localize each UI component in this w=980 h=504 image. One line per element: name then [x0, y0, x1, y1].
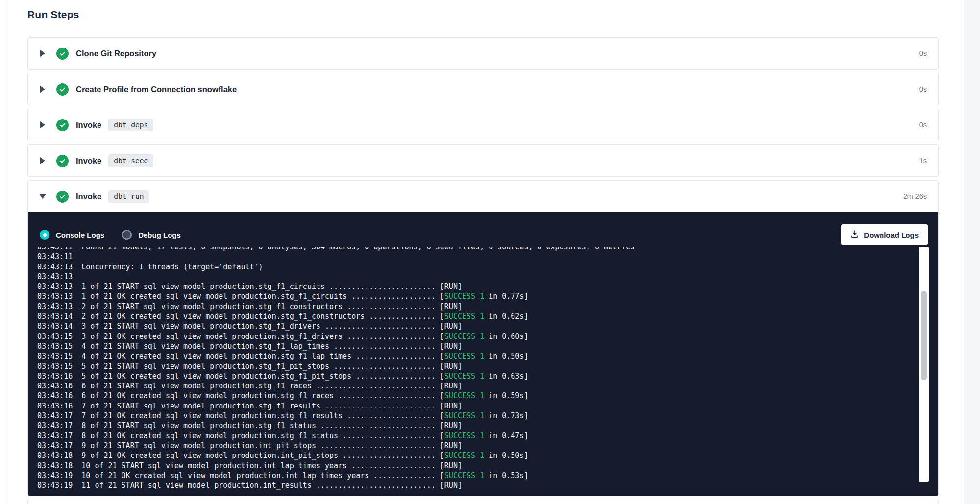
log-line: 03:43:19 11 of 21 START sql view model p… — [37, 481, 462, 490]
log-line: 03:43:14 2 of 21 OK created sql view mod… — [37, 312, 528, 321]
log-line: 03:43:15 4 of 21 OK created sql view mod… — [37, 352, 528, 360]
console-log-output: 03:43:11 Found 21 models, 17 tests, 0 sn… — [37, 247, 880, 490]
step-duration: 1s — [919, 157, 927, 165]
caret-right-icon[interactable] — [40, 157, 46, 164]
step-command-badge: dbt run — [108, 190, 149, 203]
console-log-viewport[interactable]: 03:43:11 Found 21 models, 17 tests, 0 sn… — [37, 247, 880, 494]
radio-dot — [43, 233, 47, 237]
success-icon — [56, 191, 69, 203]
page-title: Run Steps — [27, 8, 939, 22]
log-status-success: SUCCESS 1 — [444, 451, 484, 460]
log-line: 03:43:15 4 of 21 START sql view model pr… — [37, 342, 462, 351]
log-scrollbar-track[interactable] — [919, 247, 929, 482]
log-line: 03:43:16 5 of 21 OK created sql view mod… — [37, 372, 528, 381]
log-type-radio-group: Console LogsDebug Logs — [40, 230, 181, 240]
step-label: Invoke — [76, 156, 101, 166]
log-status-success: SUCCESS 1 — [444, 312, 484, 321]
step-card: Clone Git Repository0s — [27, 37, 939, 70]
log-line: 03:43:18 9 of 21 OK created sql view mod… — [37, 451, 528, 460]
tab-console-logs[interactable]: Console Logs — [40, 230, 104, 240]
next-step-card-partial[interactable] — [27, 500, 939, 504]
log-line: 03:43:15 3 of 21 OK created sql view mod… — [37, 332, 528, 341]
step-row[interactable]: Invokedbt run2m 26s — [28, 181, 938, 212]
caret-shape — [39, 194, 46, 199]
log-line: 03:43:11 — [37, 252, 81, 261]
caret-shape — [40, 50, 45, 57]
log-line: 03:43:17 8 of 21 START sql view model pr… — [37, 421, 462, 430]
log-status-success: SUCCESS 1 — [444, 372, 484, 381]
log-line: 03:43:16 6 of 21 START sql view model pr… — [37, 382, 462, 390]
step-command-badge: dbt deps — [108, 119, 153, 131]
step-duration: 0s — [919, 121, 927, 129]
log-status-success: SUCCESS 1 — [444, 292, 484, 301]
step-label: Invoke — [76, 192, 101, 201]
log-line: 03:43:13 — [37, 272, 81, 281]
step-label: Create Profile from Connection snowflake — [76, 85, 237, 94]
success-icon — [56, 119, 69, 131]
caret-right-icon[interactable] — [40, 121, 46, 128]
log-line: 03:43:17 9 of 21 START sql view model pr… — [37, 441, 462, 450]
log-line: 03:43:17 8 of 21 OK created sql view mod… — [37, 432, 528, 440]
radio-selected-icon[interactable] — [40, 230, 49, 240]
log-panel-header: Console LogsDebug LogsDownload Logs — [28, 212, 938, 247]
download-logs-button[interactable]: Download Logs — [841, 224, 928, 245]
caret-shape — [40, 86, 45, 93]
step-card: Invokedbt seed1s — [27, 144, 939, 177]
log-line: 03:43:15 5 of 21 START sql view model pr… — [37, 362, 462, 371]
step-card: Create Profile from Connection snowflake… — [27, 73, 939, 105]
log-status-success: SUCCESS 1 — [444, 391, 484, 400]
step-card: Invokedbt run2m 26sConsole LogsDebug Log… — [27, 180, 939, 496]
tab-debug-logs[interactable]: Debug Logs — [122, 230, 181, 240]
step-row[interactable]: Clone Git Repository0s — [28, 38, 938, 69]
step-row[interactable]: Invokedbt deps0s — [28, 109, 938, 141]
step-row[interactable]: Invokedbt seed1s — [28, 145, 938, 176]
success-icon — [56, 48, 69, 60]
caret-right-icon[interactable] — [40, 86, 46, 93]
radio-icon[interactable] — [122, 230, 132, 240]
step-duration: 0s — [919, 49, 927, 57]
step-duration: 0s — [919, 85, 927, 93]
success-icon — [56, 83, 69, 96]
step-card: Invokedbt deps0s — [27, 109, 939, 141]
log-panel: Console LogsDebug LogsDownload Logs03:43… — [28, 212, 938, 496]
log-line: 03:43:13 2 of 21 START sql view model pr… — [37, 302, 462, 311]
download-icon — [850, 230, 859, 240]
log-line: 03:43:17 7 of 21 OK created sql view mod… — [37, 411, 528, 420]
log-scrollbar-thumb[interactable] — [921, 291, 927, 380]
step-label: Clone Git Repository — [76, 49, 156, 58]
tab-label: Debug Logs — [138, 231, 181, 239]
step-row[interactable]: Create Profile from Connection snowflake… — [28, 73, 938, 105]
left-panel-divider — [4, 0, 4, 504]
step-duration: 2m 26s — [903, 192, 927, 200]
step-command-badge: dbt seed — [108, 154, 153, 167]
caret-down-icon[interactable] — [40, 194, 46, 199]
caret-shape — [40, 121, 45, 128]
log-line: 03:43:13 1 of 21 OK created sql view mod… — [37, 292, 528, 301]
log-status-success: SUCCESS 1 — [444, 352, 484, 360]
download-logs-label: Download Logs — [864, 231, 919, 239]
steps-list: Clone Git Repository0sCreate Profile fro… — [27, 37, 939, 496]
log-status-success: SUCCESS 1 — [444, 432, 484, 440]
success-icon — [56, 155, 69, 167]
log-line: 03:43:19 10 of 21 OK created sql view mo… — [37, 471, 528, 480]
tab-label: Console Logs — [56, 231, 104, 239]
log-line: 03:43:13 Concurrency: 1 threads (target=… — [37, 263, 263, 271]
log-line: 03:43:16 6 of 21 OK created sql view mod… — [37, 391, 528, 400]
caret-shape — [40, 157, 45, 164]
log-line: 03:43:16 7 of 21 START sql view model pr… — [37, 402, 462, 410]
page-right-gutter — [964, 0, 980, 504]
run-steps-section: Run Steps Clone Git Repository0sCreate P… — [27, 8, 939, 504]
log-line: 03:43:14 3 of 21 START sql view model pr… — [37, 322, 462, 331]
log-status-success: SUCCESS 1 — [444, 471, 484, 480]
log-line: 03:43:11 Found 21 models, 17 tests, 0 sn… — [37, 247, 635, 251]
log-status-success: SUCCESS 1 — [444, 411, 484, 420]
caret-right-icon[interactable] — [40, 50, 46, 57]
log-status-success: SUCCESS 1 — [444, 332, 484, 341]
log-line: 03:43:13 1 of 21 START sql view model pr… — [37, 282, 462, 291]
step-label: Invoke — [76, 120, 101, 130]
log-line: 03:43:18 10 of 21 START sql view model p… — [37, 461, 462, 470]
